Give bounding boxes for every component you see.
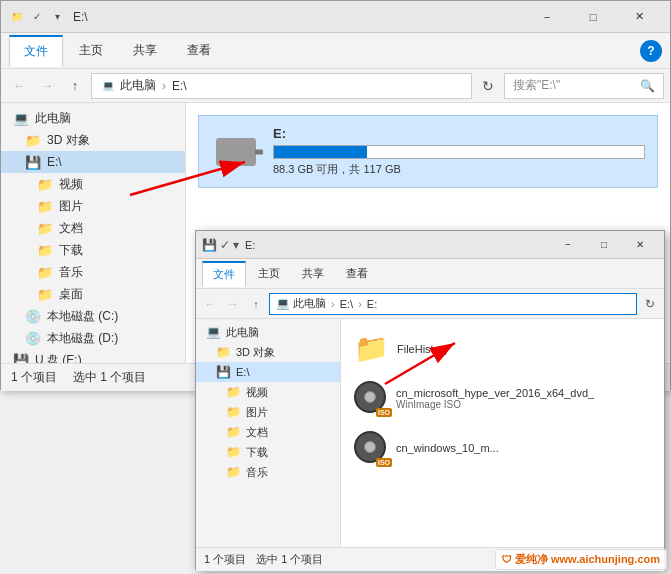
inner-3d-icon: 📁 (216, 345, 231, 359)
forward-button[interactable]: → (35, 74, 59, 98)
outer-tab-file[interactable]: 文件 (9, 35, 63, 67)
sidebar-item-desktop[interactable]: 📁 桌面 (1, 283, 185, 305)
inner-sidebar-e[interactable]: 💾 E:\ (196, 362, 340, 382)
inner-sidebar-video[interactable]: 📁 视频 (196, 382, 340, 402)
inner-sidebar-3d[interactable]: 📁 3D 对象 (196, 342, 340, 362)
inner-tab-share[interactable]: 共享 (292, 262, 334, 285)
drive-bar (273, 145, 645, 159)
folder-music-icon: 📁 (37, 265, 53, 280)
address-input[interactable]: 💻 此电脑 › E:\ (91, 73, 472, 99)
folder-video-icon: 📁 (37, 177, 53, 192)
sidebar-label-dl: 下载 (59, 242, 83, 259)
inner-nav-label-doc: 文档 (246, 425, 268, 440)
inner-back-button[interactable]: ← (200, 294, 220, 314)
sidebar-label-music: 音乐 (59, 264, 83, 281)
drive-d-icon: 💿 (25, 331, 41, 346)
inner-doc-icon: 📁 (226, 425, 241, 439)
pc-icon: 💻 (13, 111, 29, 126)
inner-address-input[interactable]: 💻 此电脑 › E:\ › E: (269, 293, 637, 315)
inner-nav-label-dl: 下载 (246, 445, 268, 460)
sidebar-item-3d[interactable]: 📁 3D 对象 (1, 129, 185, 151)
sidebar-item-doc[interactable]: 📁 文档 (1, 217, 185, 239)
inner-sidebar-music[interactable]: 📁 音乐 (196, 462, 340, 482)
sidebar-item-video[interactable]: 📁 视频 (1, 173, 185, 195)
inner-tab-file[interactable]: 文件 (202, 261, 246, 287)
inner-sidebar-pc[interactable]: 💻 此电脑 (196, 322, 340, 342)
sidebar-item-pc[interactable]: 💻 此电脑 (1, 107, 185, 129)
inner-usb-nav-icon: 💾 (216, 365, 231, 379)
outer-tab-share[interactable]: 共享 (119, 36, 171, 65)
inner-sidebar: 💻 此电脑 📁 3D 对象 💾 E:\ 📁 视频 📁 图片 📁 文档 (196, 319, 341, 547)
up-button[interactable]: ↑ (63, 74, 87, 98)
inner-nav-label-pc: 此电脑 (226, 325, 259, 340)
sidebar-item-music[interactable]: 📁 音乐 (1, 261, 185, 283)
sidebar-item-usb[interactable]: 💾 U 盘 (E:) (1, 349, 185, 363)
inner-title-bar: 💾 ✓ ▾ E: − □ ✕ (196, 231, 664, 259)
search-box[interactable]: 搜索"E:\" 🔍 (504, 73, 664, 99)
drive-bar-fill (274, 146, 367, 158)
help-button[interactable]: ? (640, 40, 662, 62)
inner-refresh-button[interactable]: ↻ (640, 294, 660, 314)
dropdown-icon: ▾ (49, 9, 65, 25)
search-icon: 🔍 (640, 79, 655, 93)
inner-drop-icon: ▾ (233, 238, 239, 252)
inner-tab-home[interactable]: 主页 (248, 262, 290, 285)
inner-status-selected: 选中 1 个项目 (256, 552, 323, 567)
sidebar-label-usb: U 盘 (E:) (35, 352, 82, 364)
status-count: 1 个项目 (11, 369, 57, 386)
outer-window-controls: − □ ✕ (524, 1, 662, 33)
inner-pc-nav-icon: 💻 (206, 325, 221, 339)
inner-nav-label-e: E:\ (236, 366, 249, 378)
minimize-button[interactable]: − (524, 1, 570, 33)
maximize-button[interactable]: □ (570, 1, 616, 33)
outer-title-bar: 📁 ✓ ▾ E:\ − □ ✕ (1, 1, 670, 33)
inner-sidebar-doc[interactable]: 📁 文档 (196, 422, 340, 442)
drive-info: E: 88.3 GB 可用，共 117 GB (273, 126, 645, 177)
refresh-button[interactable]: ↻ (476, 74, 500, 98)
inner-crumb-pc: 此电脑 (293, 296, 326, 311)
inner-check-icon: ✓ (220, 238, 230, 252)
file-sublabel-iso1: WinImage ISO (396, 399, 594, 410)
inner-video-icon: 📁 (226, 385, 241, 399)
inner-maximize-button[interactable]: □ (586, 231, 622, 259)
sidebar-label-video: 视频 (59, 176, 83, 193)
inner-close-button[interactable]: ✕ (622, 231, 658, 259)
inner-up-button[interactable]: ↑ (246, 294, 266, 314)
inner-forward-button[interactable]: → (223, 294, 243, 314)
outer-tab-home[interactable]: 主页 (65, 36, 117, 65)
sidebar-item-c[interactable]: 💿 本地磁盘 (C:) (1, 305, 185, 327)
inner-pic-icon: 📁 (226, 405, 241, 419)
inner-sep2: › (358, 298, 362, 310)
sidebar-label-d: 本地磁盘 (D:) (47, 330, 118, 347)
drive-size-text: 88.3 GB 可用，共 117 GB (273, 162, 645, 177)
file-label-iso2: cn_windows_10_m... (396, 442, 499, 454)
sidebar-item-dl[interactable]: 📁 下载 (1, 239, 185, 261)
inner-minimize-button[interactable]: − (550, 231, 586, 259)
inner-title-text: E: (245, 239, 550, 251)
inner-tab-view[interactable]: 查看 (336, 262, 378, 285)
file-item-iso1[interactable]: ISO cn_microsoft_hype_ver_2016_x64_dvd_ … (351, 378, 654, 418)
close-button[interactable]: ✕ (616, 1, 662, 33)
drive-tile[interactable]: E: 88.3 GB 可用，共 117 GB (198, 115, 658, 188)
crumb-e: E:\ (172, 79, 187, 93)
file-item-iso2[interactable]: ISO cn_windows_10_m... (351, 428, 654, 468)
folder-filehist-icon: 📁 (354, 332, 389, 365)
inner-titlebar-icons: 💾 ✓ ▾ (202, 238, 239, 252)
search-placeholder: 搜索"E:\" (513, 77, 560, 94)
sidebar-label-3d: 3D 对象 (47, 132, 90, 149)
sidebar-item-e[interactable]: 💾 E:\ (1, 151, 185, 173)
watermark: 🛡 爱纯净 www.aichunjing.com (495, 549, 667, 570)
inner-music-icon: 📁 (226, 465, 241, 479)
inner-sidebar-pic[interactable]: 📁 图片 (196, 402, 340, 422)
back-button[interactable]: ← (7, 74, 31, 98)
folder-desktop-icon: 📁 (37, 287, 53, 302)
sidebar-item-pic[interactable]: 📁 图片 (1, 195, 185, 217)
outer-address-bar: ← → ↑ 💻 此电脑 › E:\ ↻ 搜索"E:\" 🔍 (1, 69, 670, 103)
sidebar-label-c: 本地磁盘 (C:) (47, 308, 118, 325)
inner-sep1: › (331, 298, 335, 310)
sidebar-item-d[interactable]: 💿 本地磁盘 (D:) (1, 327, 185, 349)
outer-title-text: E:\ (73, 10, 524, 24)
outer-tab-view[interactable]: 查看 (173, 36, 225, 65)
file-item-filehist[interactable]: 📁 FileHistory (351, 329, 654, 368)
inner-sidebar-dl[interactable]: 📁 下载 (196, 442, 340, 462)
